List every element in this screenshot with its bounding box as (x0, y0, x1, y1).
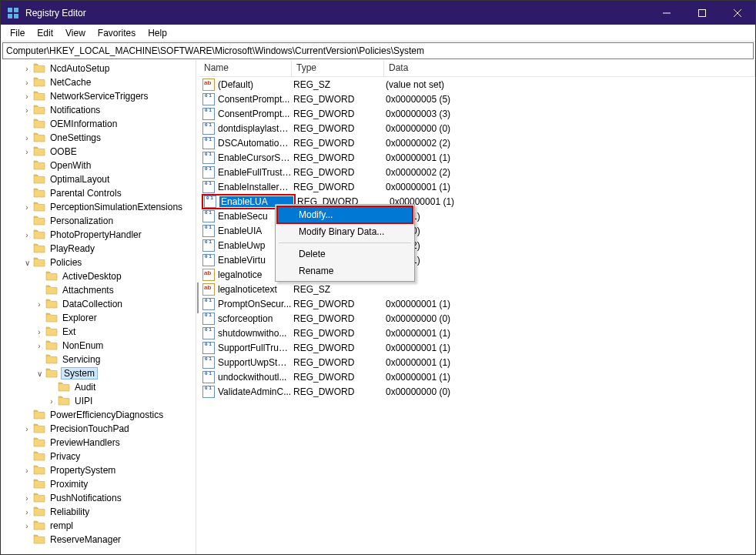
tree-item[interactable]: ∨Policies (1, 256, 196, 269)
tree-item[interactable]: PowerEfficiencyDiagnostics (1, 408, 196, 422)
tree-twist-icon[interactable]: › (45, 397, 58, 406)
tree-item[interactable]: ›PrecisionTouchPad (1, 422, 196, 436)
tree-item[interactable]: ›PhotoPropertyHandler (1, 228, 196, 242)
address-bar[interactable]: Computer\HKEY_LOCAL_MACHINE\SOFTWARE\Mic… (2, 42, 754, 59)
ctx-delete[interactable]: Delete (277, 246, 413, 262)
reg-dw-icon (202, 386, 215, 398)
tree-twist-icon[interactable]: › (21, 425, 33, 433)
tree-item[interactable]: ›NetCache (1, 75, 196, 89)
tree-twist-icon[interactable]: › (33, 328, 45, 336)
folder-icon (45, 298, 58, 310)
tree-item[interactable]: ›PushNotifications (1, 491, 196, 505)
tree-twist-icon[interactable]: › (21, 79, 33, 87)
tree-twist-icon[interactable]: ∨ (33, 369, 45, 378)
tree-twist-icon[interactable]: › (21, 494, 33, 503)
tree-twist-icon[interactable]: › (21, 134, 33, 142)
value-row[interactable]: dontdisplaylastu...REG_DWORD0x00000000 (… (199, 121, 755, 135)
tree-twist-icon[interactable]: › (21, 508, 33, 517)
value-row[interactable]: SupportUwpStar...REG_DWORD0x00000001 (1) (199, 355, 755, 369)
tree-item[interactable]: Attachments (1, 283, 196, 297)
column-data[interactable]: Data (384, 60, 755, 76)
tree-item[interactable]: OEMInformation (1, 117, 196, 131)
menu-edit[interactable]: Edit (31, 26, 59, 40)
tree-item[interactable]: Personalization (1, 214, 196, 228)
tree-twist-icon[interactable]: › (21, 65, 33, 73)
tree-item[interactable]: Privacy (1, 450, 196, 463)
tree-item[interactable]: ∨System (1, 366, 196, 380)
column-name[interactable]: Name (199, 60, 292, 76)
tree-item[interactable]: Parental Controls (1, 186, 196, 200)
tree-item[interactable]: ›UIPI (1, 394, 196, 408)
value-row[interactable]: EnableInstallerD...REG_DWORD0x00000001 (… (199, 179, 755, 194)
value-row[interactable]: undockwithoutl...REG_DWORD0x00000001 (1) (199, 369, 755, 384)
tree-twist-icon[interactable]: › (21, 92, 33, 101)
tree-twist-icon[interactable]: › (21, 106, 33, 115)
menu-favorites[interactable]: Favorites (92, 26, 142, 40)
tree-item[interactable]: ›Ext (1, 325, 196, 339)
value-type: REG_DWORD (292, 123, 384, 134)
tree-twist-icon[interactable]: › (21, 522, 33, 530)
value-row[interactable]: ConsentPrompt...REG_DWORD0x00000005 (5) (199, 92, 755, 106)
menu-view[interactable]: View (59, 26, 92, 40)
menu-help[interactable]: Help (142, 26, 173, 40)
tree-twist-icon[interactable]: ∨ (21, 259, 33, 267)
close-button[interactable] (720, 1, 755, 25)
ctx-modify[interactable]: Modify... (277, 206, 413, 223)
value-row[interactable]: ConsentPrompt...REG_DWORD0x00000003 (3) (199, 106, 755, 121)
tree-item[interactable]: PlayReady (1, 242, 196, 256)
tree-pane[interactable]: ›NcdAutoSetup›NetCache›NetworkServiceTri… (1, 60, 196, 554)
tree-item[interactable]: ›NcdAutoSetup (1, 62, 196, 75)
tree-item[interactable]: Explorer (1, 311, 196, 325)
tree-item[interactable]: Servicing (1, 353, 196, 366)
tree-item[interactable]: ›rempl (1, 519, 196, 533)
ctx-rename[interactable]: Rename (277, 262, 413, 279)
tree-twist-icon[interactable]: › (33, 300, 45, 309)
list-rows[interactable]: (Default)REG_SZ(value not set)ConsentPro… (199, 77, 755, 554)
reg-dw-icon (202, 166, 215, 179)
tree-item[interactable]: ›NonEnum (1, 339, 196, 353)
tree-item[interactable]: ActiveDesktop (1, 269, 196, 283)
folder-icon (45, 339, 58, 352)
tree-twist-icon[interactable]: › (21, 203, 33, 212)
tree-item[interactable]: Audit (1, 380, 196, 394)
tree-item[interactable]: ›DataCollection (1, 297, 196, 311)
value-row[interactable]: (Default)REG_SZ(value not set) (199, 77, 755, 92)
maximize-button[interactable] (684, 1, 720, 25)
tree-item-label: OpenWith (49, 160, 92, 171)
tree-item[interactable]: ›Notifications (1, 103, 196, 117)
tree-twist-icon[interactable]: › (21, 466, 33, 475)
value-row[interactable]: SupportFullTrust...REG_DWORD0x00000001 (… (199, 340, 755, 355)
tree-item[interactable]: ›PropertySystem (1, 463, 196, 477)
value-row[interactable]: PromptOnSecur...REG_DWORD0x00000001 (1) (199, 296, 755, 311)
tree-twist-icon[interactable]: › (33, 342, 45, 350)
tree-item[interactable]: ReserveManager (1, 533, 196, 547)
tree-item[interactable]: OptimalLayout (1, 172, 196, 186)
tree-item[interactable]: ›PerceptionSimulationExtensions (1, 200, 196, 214)
tree-item[interactable]: ›OneSettings (1, 131, 196, 145)
tree-item[interactable]: ›OOBE (1, 145, 196, 159)
tree-item[interactable]: ›NetworkServiceTriggers (1, 89, 196, 103)
value-row[interactable]: ValidateAdminC...REG_DWORD0x00000000 (0) (199, 384, 755, 399)
tree-twist-icon[interactable]: › (21, 231, 33, 239)
tree-twist-icon[interactable]: › (21, 148, 33, 156)
tree-item-label: Attachments (61, 285, 115, 296)
app-icon (7, 7, 19, 19)
value-row[interactable]: shutdownwitho...REG_DWORD0x00000001 (1) (199, 326, 755, 340)
value-row[interactable]: scforceoptionREG_DWORD0x00000000 (0) (199, 311, 755, 326)
value-row[interactable]: legalnoticetextREG_SZ (199, 282, 755, 296)
folder-icon (33, 90, 45, 102)
ctx-modify-binary[interactable]: Modify Binary Data... (277, 223, 413, 240)
tree-item[interactable]: ›Reliability (1, 505, 196, 519)
reg-sz-icon (202, 79, 215, 91)
tree-item[interactable]: Proximity (1, 477, 196, 491)
value-row[interactable]: DSCAutomation...REG_DWORD0x00000002 (2) (199, 135, 755, 150)
column-type[interactable]: Type (292, 60, 384, 76)
tree-item[interactable]: OpenWith (1, 159, 196, 172)
value-name: SupportUwpStar... (218, 357, 292, 368)
menu-file[interactable]: File (4, 26, 31, 40)
value-data: 0x00000001 (1) (384, 372, 755, 383)
value-row[interactable]: EnableFullTrustS...REG_DWORD0x00000002 (… (199, 165, 755, 179)
value-row[interactable]: EnableCursorSu...REG_DWORD0x00000001 (1) (199, 150, 755, 165)
tree-item[interactable]: PreviewHandlers (1, 436, 196, 450)
minimize-button[interactable] (649, 1, 684, 25)
